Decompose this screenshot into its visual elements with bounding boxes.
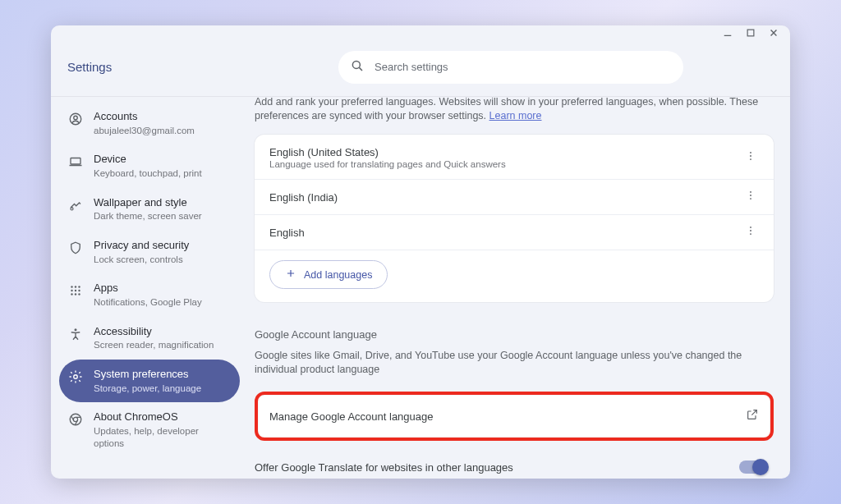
more-vert-icon[interactable] <box>742 225 759 240</box>
plus-icon <box>285 268 296 282</box>
apps-grid-icon <box>67 282 84 299</box>
sidebar-item-label: Accounts <box>94 110 195 124</box>
search-box[interactable] <box>338 51 683 84</box>
sidebar-item-label: Privacy and security <box>94 239 189 253</box>
search-container <box>248 51 774 84</box>
manage-label: Manage Google Account language <box>269 410 746 423</box>
header: Settings <box>51 39 790 96</box>
sidebar-item-sub: Lock screen, controls <box>94 254 189 266</box>
svg-point-28 <box>750 198 751 199</box>
svg-point-18 <box>78 294 80 296</box>
language-row[interactable]: English (United States) Language used fo… <box>255 136 774 180</box>
sidebar-item-sub: Dark theme, screen saver <box>94 210 202 222</box>
svg-point-4 <box>352 61 360 68</box>
more-vert-icon[interactable] <box>742 150 759 165</box>
sidebar: Accounts abujaleel30@gmail.com Device Ke… <box>51 97 248 479</box>
add-languages-button[interactable]: Add languages <box>269 260 388 289</box>
svg-point-30 <box>750 230 751 231</box>
sidebar-item-sub: Screen reader, magnification <box>94 339 214 351</box>
language-row[interactable]: English (India) <box>255 180 774 215</box>
language-row[interactable]: English <box>255 215 774 250</box>
open-in-new-icon <box>746 408 759 424</box>
svg-point-23 <box>750 152 751 153</box>
translate-toggle-label: Offer Google Translate for websites in o… <box>255 461 739 474</box>
sidebar-item-label: Accessibility <box>94 325 214 339</box>
laptop-icon <box>67 153 84 170</box>
search-input[interactable] <box>375 61 672 73</box>
sidebar-item-sub: Storage, power, language <box>94 383 201 395</box>
more-vert-icon[interactable] <box>742 190 759 204</box>
svg-point-24 <box>750 155 751 157</box>
sidebar-item-system-preferences[interactable]: System preferences Storage, power, langu… <box>59 360 240 402</box>
paint-icon <box>67 197 84 213</box>
sidebar-item-sub: Keyboard, touchpad, print <box>94 167 202 180</box>
svg-point-26 <box>750 191 751 193</box>
body: Accounts abujaleel30@gmail.com Device Ke… <box>51 96 790 479</box>
language-name: English (India) <box>269 191 742 204</box>
svg-point-13 <box>71 290 72 291</box>
sidebar-item-accessibility[interactable]: Accessibility Screen reader, magnificati… <box>59 317 240 360</box>
chrome-icon <box>67 411 84 428</box>
toggle-knob <box>752 459 769 475</box>
languages-section-description: Add and rank your preferred languages. W… <box>255 97 774 123</box>
svg-point-29 <box>750 227 751 228</box>
svg-point-12 <box>78 286 80 288</box>
translate-toggle-switch[interactable] <box>739 460 767 474</box>
sidebar-item-sub: abujaleel30@gmail.com <box>94 125 195 137</box>
sidebar-item-sub: Updates, help, developer options <box>94 425 232 449</box>
svg-point-19 <box>75 328 77 331</box>
main-content: Add and rank your preferred languages. W… <box>248 97 790 479</box>
shield-icon <box>67 240 84 256</box>
svg-point-14 <box>75 290 76 291</box>
add-languages-label: Add languages <box>304 269 372 281</box>
svg-point-31 <box>750 233 751 235</box>
svg-point-15 <box>78 290 80 291</box>
google-account-language-title: Google Account language <box>255 328 774 341</box>
svg-point-27 <box>750 195 751 196</box>
language-hint: Language used for translating pages and … <box>269 159 742 169</box>
languages-card: English (United States) Language used fo… <box>255 135 774 302</box>
svg-point-17 <box>75 294 76 296</box>
window-controls <box>51 25 790 39</box>
svg-point-10 <box>71 286 72 288</box>
search-icon <box>350 58 365 76</box>
svg-point-20 <box>74 375 78 379</box>
manage-google-account-language-button[interactable]: Manage Google Account language <box>255 392 774 441</box>
account-icon <box>67 111 84 127</box>
svg-line-5 <box>359 67 362 71</box>
language-name: English (United States) <box>269 146 742 158</box>
svg-point-16 <box>71 294 72 296</box>
sidebar-item-device[interactable]: Device Keyboard, touchpad, print <box>59 144 240 187</box>
learn-more-link[interactable]: Learn more <box>489 110 542 121</box>
language-name: English <box>269 227 742 239</box>
sidebar-item-label: System preferences <box>94 368 201 382</box>
svg-point-11 <box>75 286 76 288</box>
svg-rect-8 <box>71 158 80 165</box>
sidebar-item-privacy[interactable]: Privacy and security Lock screen, contro… <box>59 231 240 273</box>
svg-point-7 <box>74 116 78 120</box>
sidebar-item-label: Device <box>94 153 202 167</box>
gear-icon <box>67 369 84 385</box>
sidebar-item-label: About ChromeOS <box>94 410 232 424</box>
sidebar-item-accounts[interactable]: Accounts abujaleel30@gmail.com <box>59 102 240 144</box>
sidebar-item-wallpaper[interactable]: Wallpaper and style Dark theme, screen s… <box>59 188 240 231</box>
svg-rect-1 <box>747 30 754 36</box>
sidebar-item-sub: Notifications, Google Play <box>94 296 202 309</box>
translate-toggle-row: Offer Google Translate for websites in o… <box>255 460 774 474</box>
page-title: Settings <box>67 60 248 74</box>
google-account-language-desc: Google sites like Gmail, Drive, and YouT… <box>255 349 774 377</box>
settings-window: Settings Accounts abujaleel30@gmail.com <box>51 25 790 479</box>
accessibility-icon <box>67 326 84 342</box>
sidebar-item-label: Apps <box>94 282 202 296</box>
sidebar-item-label: Wallpaper and style <box>94 196 202 210</box>
svg-point-25 <box>750 158 751 160</box>
sidebar-item-about[interactable]: About ChromeOS Updates, help, developer … <box>59 402 240 457</box>
sidebar-item-apps[interactable]: Apps Notifications, Google Play <box>59 273 240 316</box>
